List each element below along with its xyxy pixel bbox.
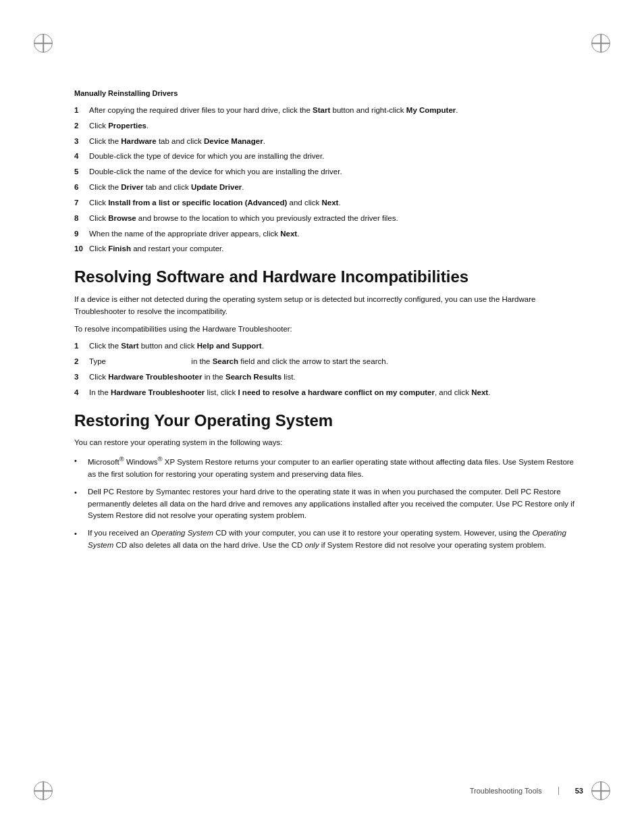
list-item: 5 Double-click the name of the device fo… <box>74 166 583 178</box>
list-num: 8 <box>74 213 89 225</box>
list-text: Click Properties. <box>89 120 583 132</box>
list-text: If you received an Operating System CD w… <box>88 527 583 552</box>
list-text: Type in the Search field and click the a… <box>89 356 583 368</box>
list-num: 4 <box>74 387 89 399</box>
list-item: 7 Click Install from a list or specific … <box>74 197 583 209</box>
list-item: 4 Double-click the type of device for wh… <box>74 151 583 163</box>
page-number: 53 <box>575 787 583 795</box>
list-num: 2 <box>74 356 89 368</box>
paragraph-2: To resolve incompatibilities using the H… <box>74 323 583 336</box>
list-item: 2 Type in the Search field and click the… <box>74 356 583 368</box>
list-text: Double-click the name of the device for … <box>89 166 583 178</box>
list-text: Click Browse and browse to the location … <box>89 213 583 225</box>
list-item: 8 Click Browse and browse to the locatio… <box>74 213 583 225</box>
list-item: 6 Click the Driver tab and click Update … <box>74 182 583 194</box>
list-item: 1 After copying the required driver file… <box>74 105 583 117</box>
paragraph-3: You can restore your operating system in… <box>74 437 583 449</box>
page: Manually Reinstalling Drivers 1 After co… <box>0 0 644 834</box>
bullet-list: • Microsoft® Windows® XP System Restore … <box>74 454 583 552</box>
footer-divider <box>558 787 559 795</box>
corner-mark-bl <box>34 781 53 800</box>
section-small-title: Manually Reinstalling Drivers <box>74 88 583 99</box>
bullet-marker: • <box>74 527 88 552</box>
list-text: Click the Driver tab and click Update Dr… <box>89 182 583 194</box>
list-text: Click the Hardware tab and click Device … <box>89 136 583 148</box>
bullet-marker: • <box>74 486 88 522</box>
numbered-list-1: 1 After copying the required driver file… <box>74 105 583 255</box>
heading-incompatibilities: Resolving Software and Hardware Incompat… <box>74 267 583 287</box>
main-content: Manually Reinstalling Drivers 1 After co… <box>74 88 583 766</box>
list-num: 10 <box>74 243 89 255</box>
list-num: 6 <box>74 182 89 194</box>
list-text: Click Finish and restart your computer. <box>89 243 583 255</box>
list-text: Dell PC Restore by Symantec restores you… <box>88 486 583 522</box>
list-text: Click the Start button and click Help an… <box>89 340 583 353</box>
list-text: When the name of the appropriate driver … <box>89 228 583 240</box>
list-text: After copying the required driver files … <box>89 105 583 117</box>
list-num: 7 <box>74 197 89 209</box>
list-num: 2 <box>74 120 89 132</box>
list-text: Click Hardware Troubleshooter in the Sea… <box>89 371 583 384</box>
list-num: 5 <box>74 166 89 178</box>
list-item: 3 Click Hardware Troubleshooter in the S… <box>74 371 583 384</box>
list-num: 1 <box>74 105 89 117</box>
list-text: Double-click the type of device for whic… <box>89 151 583 163</box>
heading-restoring: Restoring Your Operating System <box>74 411 583 431</box>
footer-section-name: Troubleshooting Tools <box>470 787 542 795</box>
list-num: 3 <box>74 371 89 384</box>
list-item: 1 Click the Start button and click Help … <box>74 340 583 353</box>
footer-text: Troubleshooting Tools 53 <box>470 787 583 795</box>
list-item: 9 When the name of the appropriate drive… <box>74 228 583 240</box>
list-num: 3 <box>74 136 89 148</box>
list-item: • Microsoft® Windows® XP System Restore … <box>74 454 583 480</box>
list-num: 9 <box>74 228 89 240</box>
corner-mark-tl <box>34 34 53 53</box>
list-item: • Dell PC Restore by Symantec restores y… <box>74 486 583 522</box>
list-num: 4 <box>74 151 89 163</box>
list-num: 1 <box>74 340 89 353</box>
list-text: Microsoft® Windows® XP System Restore re… <box>88 454 583 480</box>
list-text: Click Install from a list or specific lo… <box>89 197 583 209</box>
footer: Troubleshooting Tools 53 <box>74 787 583 795</box>
list-item: 3 Click the Hardware tab and click Devic… <box>74 136 583 148</box>
numbered-list-2: 1 Click the Start button and click Help … <box>74 340 583 398</box>
corner-mark-br <box>591 781 610 800</box>
list-text: In the Hardware Troubleshooter list, cli… <box>89 387 583 399</box>
corner-mark-tr <box>591 34 610 53</box>
list-item: • If you received an Operating System CD… <box>74 527 583 552</box>
list-item: 2 Click Properties. <box>74 120 583 132</box>
list-item: 10 Click Finish and restart your compute… <box>74 243 583 255</box>
type-blank <box>108 356 189 368</box>
bullet-marker: • <box>74 454 88 480</box>
list-item: 4 In the Hardware Troubleshooter list, c… <box>74 387 583 399</box>
paragraph-1: If a device is either not detected durin… <box>74 294 583 318</box>
